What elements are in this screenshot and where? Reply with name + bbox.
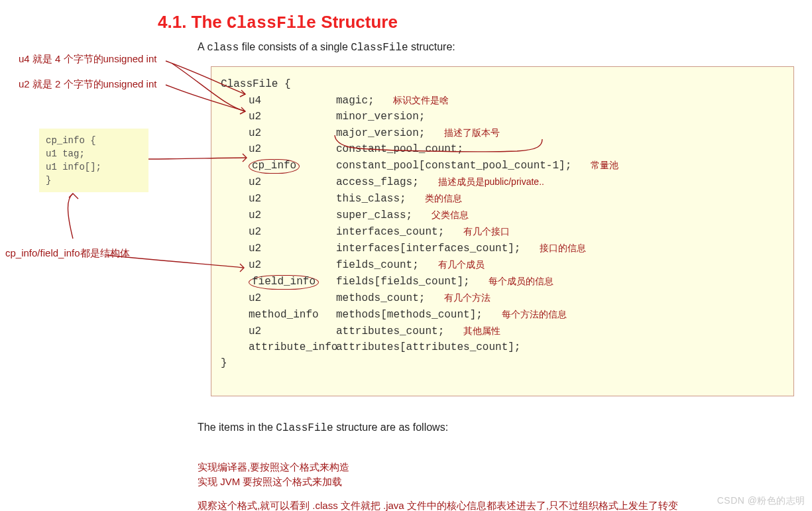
annotation-inline: 类的信息 (425, 193, 462, 203)
cpinfo-line-2: u1 tag; (46, 147, 145, 160)
code-open: ClassFile { (221, 76, 787, 92)
annotation-inline: 有几个成员 (438, 259, 485, 270)
code-name: magic; (336, 95, 375, 107)
code-line: cp_infoconstant_pool[constant_pool_count… (221, 157, 787, 174)
code-line: u2this_class; 类的信息 (221, 190, 787, 207)
heading-classfile: ClassFile (227, 14, 316, 33)
code-type: u2 (249, 323, 336, 339)
annotation-inline: 其他属性 (463, 325, 500, 336)
code-type: method_info (249, 307, 336, 323)
watermark: CSDN @粉色的志明 (717, 495, 805, 507)
code-line: u2interfaces[interfaces_count]; 接口的信息 (221, 240, 787, 256)
code-type: u4 (249, 93, 336, 109)
annotation-inline: 接口的信息 (540, 243, 586, 253)
code-line: u2major_version; 描述了版本号 (221, 125, 787, 141)
code-line: u2interfaces_count; 有几个接口 (221, 223, 787, 240)
code-type: u2 (249, 257, 336, 273)
code-line: u2attributes_count; 其他属性 (221, 323, 787, 339)
annotation-inline: 父类信息 (432, 209, 469, 220)
annotation-struct: cp_info/field_info都是结构体 (5, 247, 130, 260)
code-type: u2 (249, 191, 336, 207)
code-close: } (221, 355, 787, 371)
code-type: u2 (249, 207, 336, 223)
intro-code-1: class (207, 42, 239, 54)
outro-text-2: structure are as follows: (333, 422, 448, 433)
annotation-inline: 每个成员的信息 (489, 276, 553, 286)
code-name: fields[fields_count]; (336, 276, 470, 288)
outro-code-1: ClassFile (276, 422, 333, 434)
annotation-inline: 有几个方法 (444, 292, 491, 303)
bottom-note-2: 实现 JVM 要按照这个格式来加载 (198, 475, 342, 489)
code-type: cp_info (249, 158, 336, 174)
annotation-inline: 每个方法的信息 (502, 309, 567, 319)
cpinfo-line-3: u1 info[]; (46, 160, 145, 174)
code-name: attributes_count; (336, 325, 444, 337)
code-type: field_info (249, 274, 336, 290)
intro-text-3: structure: (408, 41, 455, 52)
code-type: u2 (249, 109, 336, 125)
code-type: u2 (249, 141, 336, 157)
annotation-inline: 有几个接口 (463, 226, 510, 237)
annotation-inline: 描述了版本号 (444, 127, 500, 138)
cpinfo-line-1: cp_info { (46, 134, 145, 147)
code-type: u2 (249, 290, 336, 306)
intro-code-2: ClassFile (351, 42, 408, 54)
code-type: u2 (249, 125, 336, 141)
bottom-note-3: 观察这个格式,就可以看到 .class 文件就把 .java 文件中的核心信息都… (198, 498, 678, 511)
intro-text-2: file consists of a single (239, 41, 351, 52)
code-line: u2methods_count; 有几个方法 (221, 290, 787, 306)
heading-structure: Structure (316, 12, 398, 32)
code-type: u2 (249, 241, 336, 256)
annotation-u2: u2 就是 2 个字节的unsigned int (19, 78, 156, 91)
code-name: constant_pool_count; (336, 143, 463, 155)
cpinfo-line-4: } (46, 174, 145, 187)
code-line: field_infofields[fields_count]; 每个成员的信息 (221, 273, 787, 290)
code-line: u2access_flags; 描述成员是public/private.. (221, 174, 787, 190)
code-name: fields_count; (336, 259, 419, 271)
outro-text-1: The items in the (198, 422, 276, 433)
annotation-inline: 标识文件是啥 (393, 95, 449, 105)
code-line: u4magic; 标识文件是啥 (221, 92, 787, 109)
code-name: this_class; (336, 193, 406, 205)
annotation-u4: u4 就是 4 个字节的unsigned int (19, 53, 156, 66)
code-line: u2fields_count; 有几个成员 (221, 256, 787, 273)
code-name: constant_pool[constant_pool_count-1]; (336, 160, 571, 172)
cp-info-box: cp_info { u1 tag; u1 info[]; } (39, 129, 148, 192)
bottom-note-1: 实现编译器,要按照这个格式来构造 (198, 460, 349, 475)
annotation-inline: 描述成员是public/private.. (438, 176, 544, 187)
code-name: methods_count; (336, 292, 425, 304)
annotation-inline: 常量池 (591, 160, 618, 170)
code-name: interfaces[interfaces_count]; (336, 243, 520, 255)
code-type: attribute_info (249, 339, 336, 355)
code-name: interfaces_count; (336, 226, 444, 238)
code-name: super_class; (336, 209, 412, 221)
intro-text-1: A (198, 41, 207, 52)
code-name: methods[methods_count]; (336, 309, 483, 321)
code-type: u2 (249, 174, 336, 190)
code-type: u2 (249, 224, 336, 240)
code-name: minor_version; (336, 111, 425, 123)
intro-paragraph: A class file consists of a single ClassF… (198, 41, 455, 54)
code-line: u2constant_pool_count; (221, 141, 787, 157)
code-line: method_infomethods[methods_count]; 每个方法的… (221, 306, 787, 323)
code-block: ClassFile { u4magic; 标识文件是啥u2minor_versi… (211, 66, 794, 396)
code-line: u2super_class; 父类信息 (221, 207, 787, 223)
code-name: access_flags; (336, 176, 419, 188)
heading-number: 4.1. The (158, 12, 227, 32)
code-name: major_version; (336, 127, 425, 139)
code-name: attributes[attributes_count]; (336, 341, 520, 353)
outro-paragraph: The items in the ClassFile structure are… (198, 422, 448, 434)
code-line: u2minor_version; (221, 109, 787, 125)
code-line: attribute_infoattributes[attributes_coun… (221, 339, 787, 355)
section-heading: 4.1. The ClassFile Structure (158, 12, 398, 33)
